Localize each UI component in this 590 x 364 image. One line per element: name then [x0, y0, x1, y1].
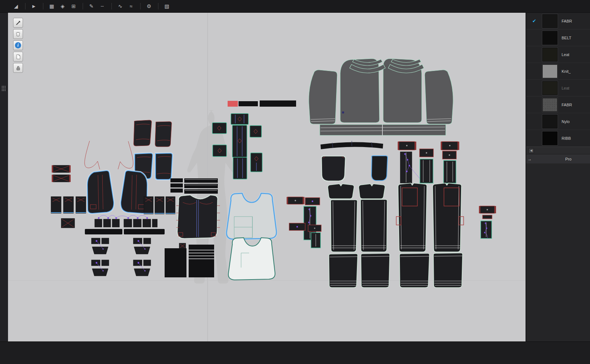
material-row-nylo[interactable]: Nylo [526, 113, 590, 130]
check-icon: ✔ [526, 18, 542, 24]
material-label: Knit_ [562, 69, 571, 74]
material-label: FABR [562, 103, 572, 107]
property-editor-bar[interactable]: → Pro [526, 154, 590, 163]
free-sewing-tool-button[interactable]: ≈ [126, 2, 136, 11]
workspace: i ✔ [0, 13, 590, 341]
garment-toggle-button[interactable] [13, 29, 23, 39]
material-label: Leat [562, 52, 569, 57]
toolbar-separator [43, 3, 43, 9]
property-editor-label: Pro [565, 157, 571, 161]
material-swatch [542, 31, 558, 45]
material-row-fabr-2[interactable]: FABR [526, 96, 590, 113]
material-swatch [542, 81, 558, 95]
material-row-ribb[interactable]: RIBB [526, 130, 590, 147]
material-swatch [542, 64, 558, 78]
material-label: Leat [562, 86, 569, 90]
texture-select-tool-button[interactable]: ▧ [162, 2, 172, 11]
pattern-group-right[interactable] [287, 59, 496, 288]
segment-sewing-tool-button[interactable]: ∿ [115, 2, 125, 11]
toolbar-separator [158, 3, 158, 9]
transform-pattern-tool-button[interactable]: ◈ [58, 2, 68, 11]
needle-icon [15, 20, 21, 26]
material-row-fabr-1[interactable]: ✔ FABR [526, 13, 590, 29]
pattern-canvas[interactable]: i [8, 13, 526, 341]
material-row-knit[interactable]: Knit_ [526, 63, 590, 80]
iron-tool-button[interactable]: ◢ [11, 2, 21, 11]
list-scrollbar[interactable]: ◀ [526, 147, 590, 154]
info-toggle-button[interactable]: i [13, 40, 23, 50]
material-swatch [542, 48, 558, 62]
sewing-option-tool-button[interactable]: ⚙ [144, 2, 154, 11]
toolbar-separator [83, 3, 83, 9]
left-edge-strip [0, 13, 8, 341]
material-swatch [542, 131, 558, 145]
materials-panel: ✔ FABR BELT Leat Knit_ [526, 13, 590, 341]
material-list: ✔ FABR BELT Leat Knit_ [526, 13, 590, 147]
top-toolbar: ◢ ► ▦ ◈ ⊞ ✎ ┄ ∿ ≈ ⚙ ▧ [0, 0, 590, 13]
expand-arrow-icon[interactable]: → [527, 157, 532, 162]
material-row-leat-1[interactable]: Leat [526, 46, 590, 63]
paper-icon [15, 54, 21, 60]
material-swatch [542, 98, 558, 112]
toolbar-separator [25, 3, 25, 9]
info-icon: i [15, 42, 21, 48]
lock-icon [15, 65, 21, 71]
paper-toggle-button[interactable] [13, 52, 23, 62]
material-label: BELT [562, 36, 571, 40]
material-row-belt[interactable]: BELT [526, 29, 590, 46]
edit-curve-tool-button[interactable]: ✎ [86, 2, 97, 11]
pattern-mesh-tool-button[interactable]: ⊞ [68, 2, 79, 11]
needle-tool-button[interactable] [13, 18, 23, 28]
panel-empty-area [526, 163, 590, 341]
material-label: Nylo [562, 119, 570, 124]
bottom-strip [0, 341, 590, 364]
scroll-left-button[interactable]: ◀ [528, 148, 534, 153]
edit-pattern-tool-button[interactable]: ► [29, 2, 39, 11]
pattern-group-left[interactable] [51, 120, 220, 277]
edit-texture-tool-button[interactable]: ▦ [47, 2, 57, 11]
application-window: ◢ ► ▦ ◈ ⊞ ✎ ┄ ∿ ≈ ⚙ ▧ [0, 0, 590, 364]
toolbar-separator [111, 3, 112, 9]
material-label: RIBB [562, 136, 571, 141]
material-swatch [542, 115, 558, 128]
material-swatch [542, 14, 558, 28]
lock-toggle-button[interactable] [13, 63, 23, 73]
material-row-leat-2[interactable]: Leat [526, 80, 590, 96]
tshirt-icon [15, 31, 21, 37]
toolbar-separator [140, 3, 141, 9]
panel-drag-handle[interactable] [1, 86, 6, 92]
canvas-tool-palette: i [13, 18, 23, 73]
pattern-drawing [8, 13, 526, 341]
material-label: FABR [562, 19, 572, 23]
trace-tool-button[interactable]: ┄ [97, 2, 107, 11]
